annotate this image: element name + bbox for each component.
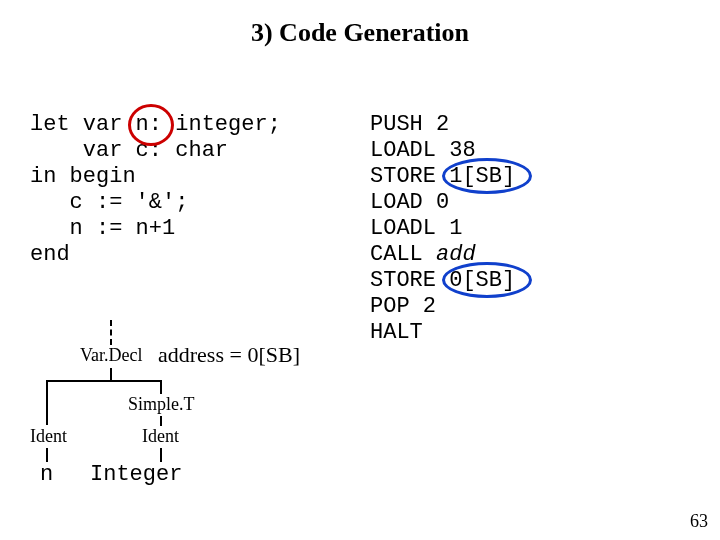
tree-address-annotation: address = 0[SB]	[158, 342, 300, 368]
src-line-5: n := n+1	[30, 216, 175, 241]
src-line-6: end	[30, 242, 70, 267]
target-code-block: PUSH 2 LOADL 38 STORE 1[SB] LOAD 0 LOADL…	[370, 112, 515, 346]
tree-line-v3	[160, 380, 162, 394]
highlight-ellipse-red	[128, 104, 174, 146]
src-line-4: c := '&';	[30, 190, 188, 215]
tgt-line-6a: CALL	[370, 242, 436, 267]
tree-ident2-label: Ident	[142, 426, 179, 447]
tgt-line-3a: STORE	[370, 164, 449, 189]
tree-line-h1	[46, 380, 161, 382]
highlight-ellipse-blue-1sb	[442, 158, 532, 194]
address-value: 0[SB]	[247, 342, 300, 367]
tree-dashed-line	[110, 320, 112, 345]
tree-vardecl-label: Var.Decl	[80, 345, 142, 366]
tgt-line-8: POP 2	[370, 294, 436, 319]
tgt-line-4: LOAD 0	[370, 190, 449, 215]
tree-line-v1	[110, 368, 112, 380]
page-number: 63	[690, 511, 708, 532]
tree-leaf-integer: Integer	[90, 462, 182, 487]
tree-line-v5	[46, 448, 48, 462]
ast-tree: Var.Decl address = 0[SB] Simple.T Ident …	[30, 340, 330, 510]
tree-line-v4	[160, 416, 162, 426]
tgt-line-2: LOADL 38	[370, 138, 476, 163]
tgt-line-5: LOADL 1	[370, 216, 462, 241]
tree-simplet-label: Simple.T	[128, 394, 195, 415]
tree-leaf-n: n	[40, 462, 53, 487]
highlight-ellipse-blue-0sb	[442, 262, 532, 298]
slide-title: 3) Code Generation	[0, 18, 720, 48]
tree-ident1-label: Ident	[30, 426, 67, 447]
tree-line-v2	[46, 380, 48, 425]
tgt-line-1: PUSH 2	[370, 112, 449, 137]
tgt-line-9: HALT	[370, 320, 423, 345]
address-prefix: address =	[158, 342, 247, 367]
src-line-2: var c: char	[30, 138, 228, 163]
tgt-line-7a: STORE	[370, 268, 449, 293]
tree-line-v6	[160, 448, 162, 462]
src-line-3: in begin	[30, 164, 136, 189]
